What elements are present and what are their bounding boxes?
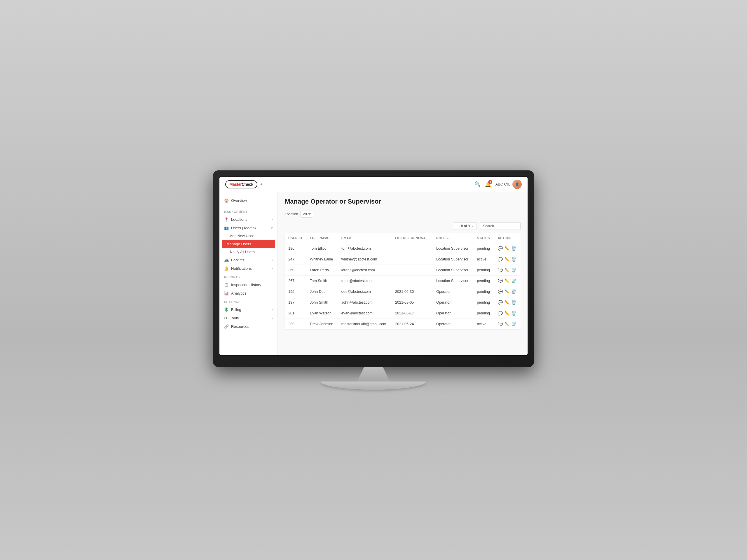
sidebar-item-notify-all-users[interactable]: Notify All Users	[220, 248, 278, 256]
sidebar-item-tools-inner: ⚙ Tools	[224, 316, 239, 320]
analytics-icon: 📊	[224, 291, 229, 295]
table-cell: 2021-06-30	[392, 287, 433, 297]
table-row: 196Tom Elliottom@abctest.comLocation Sup…	[285, 243, 520, 254]
message-icon[interactable]: 💬	[498, 311, 503, 316]
add-new-users-label: Add New Users	[230, 234, 255, 238]
sidebar-item-resources[interactable]: 🔗 Resources	[220, 322, 278, 331]
locations-chevron: ›	[272, 218, 273, 221]
table-cell: 239	[285, 319, 306, 329]
message-icon[interactable]: 💬	[498, 322, 503, 326]
table-cell: masterliftforklift@gmail.com	[338, 319, 392, 329]
billing-icon: 💲	[224, 308, 229, 312]
tools-icon: ⚙	[224, 316, 228, 320]
forklifts-chevron: ›	[272, 259, 273, 262]
col-header-role[interactable]: ROLE ▲	[433, 233, 473, 243]
table-search-input[interactable]	[480, 222, 520, 230]
location-filter-select[interactable]: All	[300, 211, 313, 218]
pagination-text: 1 - 8 of 8	[456, 224, 470, 228]
sidebar-item-forklifts[interactable]: 🚜 Forklifts ›	[220, 256, 278, 264]
table-cell	[392, 254, 433, 265]
action-icons: 💬 ✏️ 🗑️	[498, 246, 517, 251]
edit-icon[interactable]: ✏️	[505, 268, 510, 272]
sidebar-item-overview[interactable]: 🏠 Overview	[220, 196, 278, 205]
table-cell: John Dee	[306, 287, 338, 297]
delete-icon[interactable]: 🗑️	[511, 257, 516, 262]
delete-icon[interactable]: 🗑️	[511, 300, 516, 305]
table-cell: John Smith	[306, 297, 338, 308]
action-cell: 💬 ✏️ 🗑️	[494, 265, 520, 276]
table-row: 201Evan Watsonevan@abctest.com2021-06-17…	[285, 308, 520, 319]
edit-icon[interactable]: ✏️	[505, 322, 510, 326]
search-icon[interactable]: 🔍	[474, 181, 481, 187]
sidebar-item-analytics[interactable]: 📊 Analytics	[220, 289, 278, 297]
message-icon[interactable]: 💬	[498, 300, 503, 305]
reports-section-label: REPORTS	[220, 273, 278, 281]
table-cell: Location Supervisor	[433, 254, 473, 265]
action-cell: 💬 ✏️ 🗑️	[494, 308, 520, 319]
sidebar-item-inspection-history[interactable]: 📋 Inspection History	[220, 281, 278, 289]
edit-icon[interactable]: ✏️	[505, 246, 510, 251]
message-icon[interactable]: 💬	[498, 268, 503, 272]
delete-icon[interactable]: 🗑️	[511, 289, 516, 294]
table-cell: Location Supervisor	[433, 243, 473, 254]
delete-icon[interactable]: 🗑️	[511, 311, 516, 316]
table-cell: 2021-06-17	[392, 308, 433, 319]
locations-label: Locations	[231, 217, 248, 222]
edit-icon[interactable]: ✏️	[505, 289, 510, 294]
action-cell: 💬 ✏️ 🗑️	[494, 287, 520, 297]
sidebar-item-add-new-users[interactable]: Add New Users	[220, 232, 278, 240]
filter-label: Location	[285, 212, 298, 216]
col-header-user-id: USER ID	[285, 233, 306, 243]
edit-icon[interactable]: ✏️	[505, 311, 510, 316]
table-cell: pending	[473, 297, 494, 308]
table-row: 197John SmithJohn@abctest.com2021-08-05O…	[285, 297, 520, 308]
table-cell: Drew Johnson	[306, 319, 338, 329]
management-section-label: MANAGEMENT	[220, 207, 278, 215]
sidebar-item-manage-users[interactable]: Manage Users	[222, 240, 275, 248]
inspection-history-label: Inspection History	[231, 283, 261, 287]
table-cell: Tom Elliot	[306, 243, 338, 254]
sidebar-item-analytics-inner: 📊 Analytics	[224, 291, 246, 295]
sidebar-item-notifications[interactable]: 🔔 Notifications ›	[220, 264, 278, 273]
edit-icon[interactable]: ✏️	[505, 257, 510, 262]
monitor-bezel: MasterCheck ✦ 🔍 🔔 1 ABC Co. 👤	[213, 170, 534, 367]
delete-icon[interactable]: 🗑️	[511, 246, 516, 251]
table-cell: 201	[285, 308, 306, 319]
user-avatar[interactable]: 👤	[512, 180, 522, 189]
forklift-icon: 🚜	[224, 258, 229, 262]
pagination-info[interactable]: 1 - 8 of 8 ∨	[453, 222, 477, 230]
sidebar-item-billing[interactable]: 💲 Billing ›	[220, 305, 278, 314]
sidebar-item-users-teams[interactable]: 👥 Users (Teams) ∨	[220, 224, 278, 232]
notification-bell-icon[interactable]: 🔔 1	[485, 181, 491, 188]
logo-area: MasterCheck ✦	[225, 180, 263, 188]
edit-icon[interactable]: ✏️	[505, 300, 510, 305]
sidebar-item-tools[interactable]: ⚙ Tools ›	[220, 314, 278, 322]
table-cell	[392, 243, 433, 254]
table-cell: evan@abctest.com	[338, 308, 392, 319]
location-icon: 📍	[224, 217, 229, 222]
monitor-screen: MasterCheck ✦ 🔍 🔔 1 ABC Co. 👤	[220, 177, 527, 355]
table-row: 195John Deedee@abctest.com2021-06-30Oper…	[285, 287, 520, 297]
message-icon[interactable]: 💬	[498, 246, 503, 251]
message-icon[interactable]: 💬	[498, 278, 503, 283]
table-cell: active	[473, 319, 494, 329]
delete-icon[interactable]: 🗑️	[511, 268, 516, 272]
table-cell: dee@abctest.com	[338, 287, 392, 297]
role-sort-arrow: ▲	[447, 237, 449, 240]
message-icon[interactable]: 💬	[498, 289, 503, 294]
page-title: Manage Operator or Supervisor	[285, 198, 520, 205]
main-content: Manage Operator or Supervisor Location A…	[278, 192, 527, 355]
notifications-icon: 🔔	[224, 266, 229, 271]
message-icon[interactable]: 💬	[498, 257, 503, 262]
table-cell: toms@abctest.com	[338, 276, 392, 287]
delete-icon[interactable]: 🗑️	[511, 278, 516, 283]
sidebar-item-locations[interactable]: 📍 Locations ›	[220, 215, 278, 224]
table-cell: 260	[285, 265, 306, 276]
delete-icon[interactable]: 🗑️	[511, 322, 516, 326]
settings-section-label: SETTINGS	[220, 297, 278, 305]
table-cell: pending	[473, 308, 494, 319]
table-cell: Operator	[433, 308, 473, 319]
edit-icon[interactable]: ✏️	[505, 278, 510, 283]
action-icons: 💬 ✏️ 🗑️	[498, 322, 517, 326]
monitor-stand-base	[321, 381, 426, 390]
